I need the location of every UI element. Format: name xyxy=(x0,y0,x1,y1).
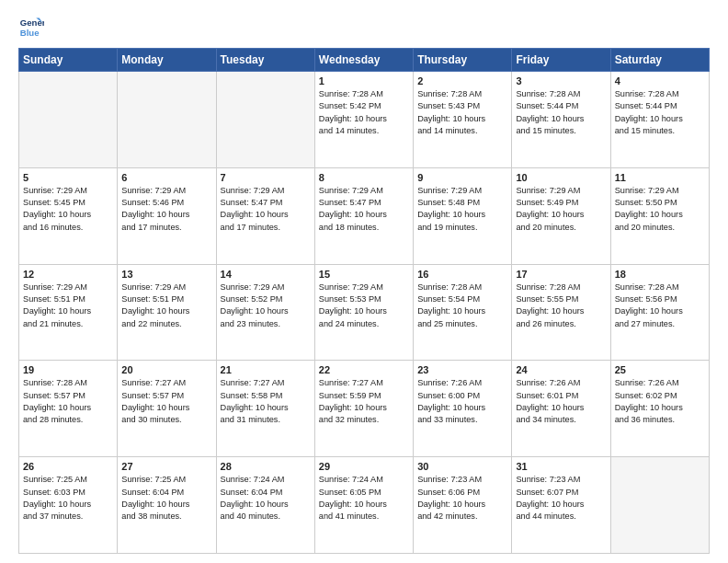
day-number: 6 xyxy=(121,172,211,183)
weekday-header: Friday xyxy=(512,49,610,72)
day-info: Sunrise: 7:23 AM Sunset: 6:06 PM Dayligh… xyxy=(417,474,507,523)
calendar-cell: 3Sunrise: 7:28 AM Sunset: 5:44 PM Daylig… xyxy=(512,72,610,168)
day-number: 29 xyxy=(319,461,409,472)
calendar-cell xyxy=(216,72,314,168)
day-number: 2 xyxy=(417,75,507,86)
day-number: 23 xyxy=(417,364,507,375)
calendar-cell: 24Sunrise: 7:26 AM Sunset: 6:01 PM Dayli… xyxy=(512,361,610,457)
calendar-cell: 28Sunrise: 7:24 AM Sunset: 6:04 PM Dayli… xyxy=(216,457,314,554)
day-info: Sunrise: 7:24 AM Sunset: 6:05 PM Dayligh… xyxy=(319,474,409,523)
day-info: Sunrise: 7:25 AM Sunset: 6:04 PM Dayligh… xyxy=(121,474,211,523)
day-info: Sunrise: 7:29 AM Sunset: 5:52 PM Dayligh… xyxy=(221,282,311,330)
weekday-header: Tuesday xyxy=(216,49,314,72)
day-number: 15 xyxy=(319,269,409,280)
weekday-header: Thursday xyxy=(414,49,512,72)
svg-text:General: General xyxy=(20,17,44,28)
calendar-table: SundayMondayTuesdayWednesdayThursdayFrid… xyxy=(18,48,710,554)
day-number: 12 xyxy=(23,269,113,280)
day-info: Sunrise: 7:25 AM Sunset: 6:03 PM Dayligh… xyxy=(23,474,113,523)
calendar-cell: 1Sunrise: 7:28 AM Sunset: 5:42 PM Daylig… xyxy=(314,72,413,168)
calendar-cell: 16Sunrise: 7:28 AM Sunset: 5:54 PM Dayli… xyxy=(414,264,512,361)
day-info: Sunrise: 7:29 AM Sunset: 5:48 PM Dayligh… xyxy=(417,185,507,234)
day-number: 25 xyxy=(615,364,705,375)
svg-text:Blue: Blue xyxy=(20,28,40,38)
calendar-cell: 9Sunrise: 7:29 AM Sunset: 5:48 PM Daylig… xyxy=(414,167,512,264)
calendar-cell: 17Sunrise: 7:28 AM Sunset: 5:55 PM Dayli… xyxy=(512,264,610,361)
day-number: 22 xyxy=(319,364,409,375)
calendar-cell: 10Sunrise: 7:29 AM Sunset: 5:49 PM Dayli… xyxy=(512,167,610,264)
day-number: 19 xyxy=(23,364,113,375)
day-info: Sunrise: 7:28 AM Sunset: 5:55 PM Dayligh… xyxy=(516,282,606,330)
calendar-week-row: 19Sunrise: 7:28 AM Sunset: 5:57 PM Dayli… xyxy=(19,361,710,457)
day-info: Sunrise: 7:29 AM Sunset: 5:50 PM Dayligh… xyxy=(615,185,705,234)
calendar-week-row: 12Sunrise: 7:29 AM Sunset: 5:51 PM Dayli… xyxy=(19,264,710,361)
day-number: 27 xyxy=(121,461,211,472)
day-number: 1 xyxy=(319,75,409,86)
calendar-cell: 20Sunrise: 7:27 AM Sunset: 5:57 PM Dayli… xyxy=(118,361,216,457)
calendar-cell: 30Sunrise: 7:23 AM Sunset: 6:06 PM Dayli… xyxy=(414,457,512,554)
calendar-cell: 22Sunrise: 7:27 AM Sunset: 5:59 PM Dayli… xyxy=(314,361,413,457)
day-number: 10 xyxy=(516,172,606,183)
day-info: Sunrise: 7:28 AM Sunset: 5:54 PM Dayligh… xyxy=(417,282,507,330)
day-info: Sunrise: 7:28 AM Sunset: 5:57 PM Dayligh… xyxy=(23,377,113,426)
day-number: 24 xyxy=(516,364,606,375)
calendar-cell: 4Sunrise: 7:28 AM Sunset: 5:44 PM Daylig… xyxy=(610,72,709,168)
day-number: 26 xyxy=(23,461,113,472)
calendar-cell: 14Sunrise: 7:29 AM Sunset: 5:52 PM Dayli… xyxy=(216,264,314,361)
calendar-cell: 13Sunrise: 7:29 AM Sunset: 5:51 PM Dayli… xyxy=(118,264,216,361)
day-info: Sunrise: 7:27 AM Sunset: 5:57 PM Dayligh… xyxy=(121,377,211,426)
day-info: Sunrise: 7:26 AM Sunset: 6:00 PM Dayligh… xyxy=(417,377,507,426)
day-number: 30 xyxy=(417,461,507,472)
day-number: 9 xyxy=(417,172,507,183)
calendar-cell xyxy=(610,457,709,554)
calendar-week-row: 1Sunrise: 7:28 AM Sunset: 5:42 PM Daylig… xyxy=(19,72,710,168)
day-number: 21 xyxy=(221,364,311,375)
calendar-cell: 23Sunrise: 7:26 AM Sunset: 6:00 PM Dayli… xyxy=(414,361,512,457)
calendar-cell xyxy=(19,72,118,168)
header-row: SundayMondayTuesdayWednesdayThursdayFrid… xyxy=(19,49,710,72)
calendar-cell: 25Sunrise: 7:26 AM Sunset: 6:02 PM Dayli… xyxy=(610,361,709,457)
day-info: Sunrise: 7:29 AM Sunset: 5:46 PM Dayligh… xyxy=(121,185,211,234)
day-number: 20 xyxy=(121,364,211,375)
page: General Blue SundayMondayTuesdayWednesda… xyxy=(0,0,728,563)
day-info: Sunrise: 7:23 AM Sunset: 6:07 PM Dayligh… xyxy=(516,474,606,523)
day-number: 11 xyxy=(615,172,705,183)
day-number: 28 xyxy=(221,461,311,472)
day-info: Sunrise: 7:28 AM Sunset: 5:44 PM Dayligh… xyxy=(615,88,705,137)
day-info: Sunrise: 7:24 AM Sunset: 6:04 PM Dayligh… xyxy=(221,474,311,523)
day-number: 31 xyxy=(516,461,606,472)
day-info: Sunrise: 7:28 AM Sunset: 5:43 PM Dayligh… xyxy=(417,88,507,137)
day-info: Sunrise: 7:29 AM Sunset: 5:49 PM Dayligh… xyxy=(516,185,606,234)
calendar-cell: 29Sunrise: 7:24 AM Sunset: 6:05 PM Dayli… xyxy=(314,457,413,554)
calendar-cell: 21Sunrise: 7:27 AM Sunset: 5:58 PM Dayli… xyxy=(216,361,314,457)
logo: General Blue xyxy=(18,15,48,40)
calendar-cell: 8Sunrise: 7:29 AM Sunset: 5:47 PM Daylig… xyxy=(314,167,413,264)
day-info: Sunrise: 7:27 AM Sunset: 5:59 PM Dayligh… xyxy=(319,377,409,426)
day-info: Sunrise: 7:26 AM Sunset: 6:01 PM Dayligh… xyxy=(516,377,606,426)
weekday-header: Monday xyxy=(118,49,216,72)
day-number: 3 xyxy=(516,75,606,86)
calendar-cell: 11Sunrise: 7:29 AM Sunset: 5:50 PM Dayli… xyxy=(610,167,709,264)
header: General Blue xyxy=(18,15,710,40)
day-info: Sunrise: 7:26 AM Sunset: 6:02 PM Dayligh… xyxy=(615,377,705,426)
logo-icon: General Blue xyxy=(18,15,44,40)
calendar-cell: 6Sunrise: 7:29 AM Sunset: 5:46 PM Daylig… xyxy=(118,167,216,264)
calendar-cell: 27Sunrise: 7:25 AM Sunset: 6:04 PM Dayli… xyxy=(118,457,216,554)
day-number: 16 xyxy=(417,269,507,280)
day-info: Sunrise: 7:29 AM Sunset: 5:51 PM Dayligh… xyxy=(23,282,113,330)
calendar-week-row: 5Sunrise: 7:29 AM Sunset: 5:45 PM Daylig… xyxy=(19,167,710,264)
calendar-cell: 5Sunrise: 7:29 AM Sunset: 5:45 PM Daylig… xyxy=(19,167,118,264)
day-number: 4 xyxy=(615,75,705,86)
weekday-header: Wednesday xyxy=(314,49,413,72)
day-number: 5 xyxy=(23,172,113,183)
calendar-cell xyxy=(118,72,216,168)
calendar-cell: 2Sunrise: 7:28 AM Sunset: 5:43 PM Daylig… xyxy=(414,72,512,168)
day-number: 7 xyxy=(221,172,311,183)
day-info: Sunrise: 7:28 AM Sunset: 5:56 PM Dayligh… xyxy=(615,282,705,330)
calendar-cell: 18Sunrise: 7:28 AM Sunset: 5:56 PM Dayli… xyxy=(610,264,709,361)
day-info: Sunrise: 7:28 AM Sunset: 5:44 PM Dayligh… xyxy=(516,88,606,137)
calendar-cell: 19Sunrise: 7:28 AM Sunset: 5:57 PM Dayli… xyxy=(19,361,118,457)
day-info: Sunrise: 7:29 AM Sunset: 5:47 PM Dayligh… xyxy=(221,185,311,234)
weekday-header: Saturday xyxy=(610,49,709,72)
day-info: Sunrise: 7:29 AM Sunset: 5:45 PM Dayligh… xyxy=(23,185,113,234)
